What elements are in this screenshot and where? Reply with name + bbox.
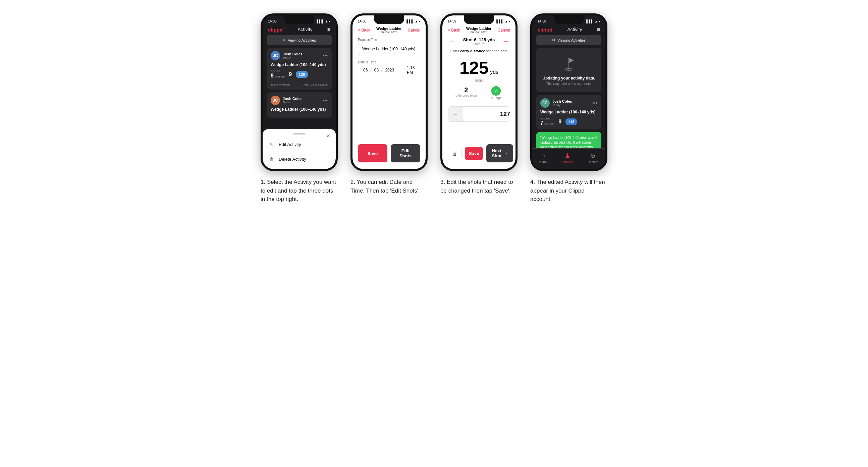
next-shot-button[interactable]: Next Shot → (486, 144, 513, 162)
status-icons-1: ▌▌▌ ▲ ▪ (317, 20, 330, 23)
caption-3: 3. Edit the shots that need to be change… (440, 178, 518, 195)
next-arrow-icon: → (503, 151, 508, 156)
nav-home[interactable]: ⌂ Home (539, 152, 547, 164)
phone1-header: clippd Activity ≡ (262, 25, 336, 35)
delete-activity-item[interactable]: 🗑 Delete Activity (262, 153, 336, 165)
capture-icon: ⊕ (590, 152, 595, 159)
score-label-4: Score (540, 117, 554, 120)
phone4-header: clippd Activity ≡ (532, 25, 606, 35)
activities-label: Activities (561, 160, 574, 164)
sq-badge-4: 118 (565, 118, 577, 125)
practice-title-input-2[interactable]: Wedge Ladder (100–140 yds) (358, 43, 420, 55)
signal-icon-2: ▌▌▌ (406, 20, 413, 23)
sq-badge-1: 130 (296, 71, 308, 78)
phones-row: 14:38 ▌▌▌ ▲ ▪ clippd Activity ≡ ⚙ Vi (259, 13, 609, 204)
three-dots-4[interactable]: ••• (592, 100, 597, 106)
score-num-4: 7 (540, 120, 543, 126)
shots-value-1: 9 (289, 71, 292, 77)
user-date-1: Today (283, 56, 323, 59)
menu-icon-1[interactable]: ≡ (327, 27, 330, 33)
nav-center-3: Wedge Ladder 06 Mar 2023 (466, 27, 492, 34)
three-dots-1[interactable]: ••• (323, 53, 328, 58)
save-button-3[interactable]: Save (465, 147, 483, 160)
header-title-1: Activity (298, 27, 312, 32)
shot-info-3: Shot 6, 125 yds Score 7/9 (463, 37, 495, 45)
phone-column-1: 14:38 ▌▌▌ ▲ ▪ clippd Activity ≡ ⚙ Vi (259, 13, 339, 204)
user-date-4: Today (552, 103, 592, 107)
edit-label: Edit Activity (279, 142, 301, 147)
toast-close-4[interactable]: ✕ (594, 135, 598, 140)
nav-activities[interactable]: ♟ Activities (561, 152, 574, 164)
delete-shot-button[interactable]: 🗑 (448, 147, 462, 160)
card2-title: Wedge Ladder (100–140 yds) (271, 107, 328, 112)
phone-frame-1: 14:38 ▌▌▌ ▲ ▪ clippd Activity ≡ ⚙ Vi (260, 13, 338, 171)
score-value-1: 9 OUT OF (271, 73, 285, 79)
date-time-label-2: Date & Time (352, 59, 426, 65)
card1-title: Wedge Ladder (100–140 yds) (271, 62, 328, 67)
wifi-icon-3: ▲ (505, 20, 508, 23)
card1-footer: Test Information Data: Clippd Capture (271, 81, 328, 86)
edit-shots-button-2[interactable]: Edit Shots (391, 144, 420, 162)
shot-nav-3: ← Shot 6, 125 yds Score 7/9 → (442, 36, 516, 47)
distance-input-3[interactable] (463, 107, 510, 121)
wifi-icon-2: ▲ (415, 20, 418, 23)
minus-button-3[interactable]: − (448, 107, 463, 121)
header-title-4: Activity (567, 27, 582, 32)
diff-value-3: 2 (456, 86, 476, 94)
viewing-text-4: Viewing Activities (557, 38, 586, 42)
nav-capture[interactable]: ⊕ Capture (588, 152, 598, 164)
three-dots-2[interactable]: ••• (323, 98, 328, 103)
shots-value-4: 9 (558, 119, 561, 125)
caption-2: 2. You can edit Date and Time. Then tap … (350, 178, 428, 195)
back-button-3[interactable]: < Back (448, 28, 460, 33)
bottom-sheet-1: ✕ ✎ Edit Activity 🗑 Delete Activity (262, 129, 336, 169)
cancel-button-2[interactable]: Cancel (408, 28, 420, 33)
user-name-1: Josh Coles (283, 52, 323, 56)
sheet-close[interactable]: ✕ (326, 133, 330, 138)
capture-label: Capture (588, 160, 598, 164)
back-button-2[interactable]: < Back (358, 28, 370, 33)
target-label-3: Target (442, 79, 516, 82)
card4-title: Wedge Ladder (100–140 yds) (540, 110, 597, 115)
user-info-4: Josh Coles Today (552, 99, 592, 107)
date-day-2[interactable]: 06 (363, 68, 368, 72)
phone-column-2: 14:38 ▌▌▌ ▲ ▪ < Back Wedge Ladder 06 Mar… (349, 13, 429, 195)
activity-card-1: JC Josh Coles Today ••• Wedge Ladder (10… (267, 48, 332, 90)
time-2[interactable]: 1:13 PM (407, 65, 420, 75)
date-year-2[interactable]: 2023 (385, 68, 394, 72)
score-value-4: 7 OUT OF (540, 120, 554, 126)
shots-block-4: 9 (558, 119, 561, 125)
toast-text-4: "Wedge Ladder (100–140 yds)" was updated… (540, 135, 597, 150)
status-icons-4: ▌▌▌ ▲ ▪ (586, 20, 600, 23)
user-info-1: Josh Coles Today (283, 52, 323, 59)
menu-icon-4[interactable]: ≡ (597, 27, 600, 33)
cancel-button-3[interactable]: Cancel (498, 28, 510, 33)
updating-title: Updating your activity data. (540, 76, 597, 81)
date-sep2: / (381, 68, 382, 72)
trash-icon: 🗑 (269, 157, 275, 162)
diff-label-3: Difference (yds) (456, 94, 476, 97)
bottom-nav-4: ⌂ Home ♟ Activities ⊕ Capture (532, 148, 606, 169)
save-button-2[interactable]: Save (358, 144, 388, 162)
sheet-handle (293, 133, 305, 134)
prev-shot-arrow[interactable]: ← (449, 38, 455, 45)
score-block-1: Score 9 OUT OF (271, 70, 285, 79)
status-icons-3: ▌▌▌ ▲ ▪ (496, 20, 510, 23)
distance-display: 125 yds (442, 55, 516, 77)
date-month-2[interactable]: 03 (374, 68, 379, 72)
footer-right-1: Data: Clippd Capture (303, 83, 328, 86)
hit-target-stat: ✓ Hit Target (490, 86, 502, 100)
avatar-4: JC (540, 98, 550, 108)
avatar-1: JC (271, 51, 280, 60)
phone-notch-1 (284, 15, 314, 24)
next-shot-arrow[interactable]: → (503, 38, 509, 45)
out-of-1: OUT OF (275, 75, 285, 78)
edit-activity-item[interactable]: ✎ Edit Activity (262, 138, 336, 150)
wifi-icon-4: ▲ (595, 20, 598, 23)
phone-screen-4: 14:38 ▌▌▌ ▲ ▪ clippd Activity ≡ ⚙ Vi (532, 15, 606, 169)
filter-icon-4: ⚙ (552, 38, 555, 42)
status-time-3: 14:39 (448, 20, 457, 23)
battery-icon-3: ▪ (509, 20, 510, 23)
avatar-2: JC (271, 96, 280, 105)
phone3-buttons: 🗑 Save Next Shot → (448, 144, 510, 162)
